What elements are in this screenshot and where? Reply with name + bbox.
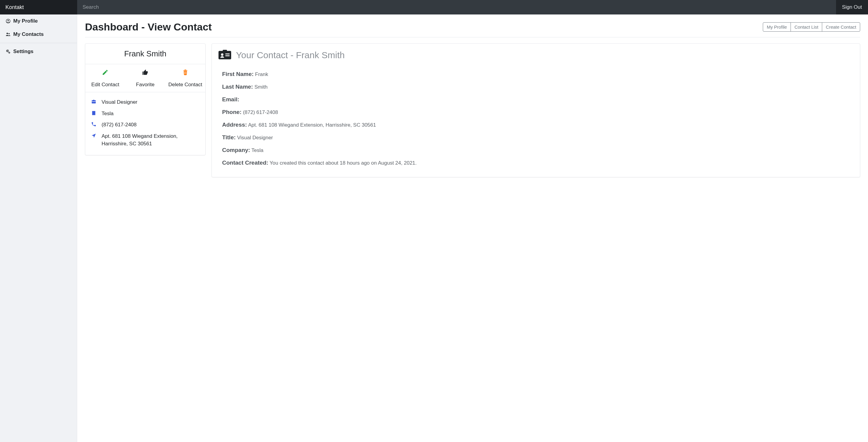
detail-address: Address: Apt. 681 108 Wiegand Extension,… bbox=[222, 118, 849, 131]
header-button-group: My Profile Contact List Create Contact bbox=[763, 22, 860, 32]
sidebar-item-label: My Contacts bbox=[13, 31, 44, 37]
search-input[interactable] bbox=[77, 0, 836, 14]
info-company: Tesla bbox=[91, 108, 200, 119]
phone-icon bbox=[91, 121, 97, 127]
sidebar-item-label: My Profile bbox=[13, 18, 38, 24]
trash-icon bbox=[165, 69, 205, 76]
detail-phone: Phone: (872) 617-2408 bbox=[222, 106, 849, 118]
info-value: Apt. 681 108 Wiegand Extension, Harrissh… bbox=[101, 132, 200, 148]
brand[interactable]: Kontakt bbox=[0, 0, 77, 14]
contact-summary-card: Frank Smith Edit Contact Favorite bbox=[85, 43, 206, 155]
contact-details-card: Your Contact - Frank Smith First Name: F… bbox=[212, 43, 860, 177]
building-icon bbox=[91, 110, 97, 116]
gears-icon bbox=[5, 49, 11, 54]
svg-point-2 bbox=[7, 33, 8, 34]
detail-label: Contact Created: bbox=[222, 159, 268, 166]
details-title: Your Contact - Frank Smith bbox=[236, 50, 345, 60]
detail-label: Company: bbox=[222, 147, 250, 153]
details-header: Your Contact - Frank Smith bbox=[218, 49, 853, 61]
svg-rect-10 bbox=[225, 56, 230, 56]
detail-title: Title: Visual Designer bbox=[222, 131, 849, 144]
sidebar: My Profile My Contacts Settings bbox=[0, 14, 77, 442]
detail-value: Apt. 681 108 Wiegand Extension, Harrissh… bbox=[248, 122, 376, 128]
contact-name: Frank Smith bbox=[85, 44, 205, 64]
main-content: Dashboard - View Contact My Profile Cont… bbox=[77, 14, 868, 442]
info-phone: (872) 617-2408 bbox=[91, 119, 200, 130]
detail-value: Tesla bbox=[251, 147, 264, 153]
detail-last-name: Last Name: Smith bbox=[222, 81, 849, 93]
detail-label: First Name: bbox=[222, 71, 254, 77]
pencil-icon bbox=[85, 69, 125, 76]
detail-value: You created this contact about 18 hours … bbox=[270, 160, 417, 166]
header-button-contact-list[interactable]: Contact List bbox=[790, 22, 822, 32]
detail-email: Email: bbox=[222, 93, 849, 106]
svg-point-4 bbox=[7, 50, 8, 52]
detail-first-name: First Name: Frank bbox=[222, 68, 849, 81]
sidebar-item-my-contacts[interactable]: My Contacts bbox=[0, 28, 77, 41]
info-value: Visual Designer bbox=[101, 98, 200, 106]
contact-actions: Edit Contact Favorite Delete Contact bbox=[85, 64, 205, 92]
sidebar-item-settings[interactable]: Settings bbox=[0, 45, 77, 58]
location-arrow-icon bbox=[91, 132, 97, 138]
action-label: Delete Contact bbox=[168, 82, 202, 87]
detail-value: (872) 617-2408 bbox=[243, 110, 278, 115]
page-header: Dashboard - View Contact My Profile Cont… bbox=[85, 21, 860, 37]
detail-label: Last Name: bbox=[222, 84, 253, 90]
svg-point-8 bbox=[221, 53, 223, 56]
briefcase-icon bbox=[91, 98, 97, 104]
detail-company: Company: Tesla bbox=[222, 144, 849, 156]
detail-label: Address: bbox=[222, 121, 247, 128]
sidebar-item-my-profile[interactable]: My Profile bbox=[0, 14, 77, 28]
action-label: Edit Contact bbox=[91, 82, 119, 87]
info-value: (872) 617-2408 bbox=[101, 121, 200, 129]
info-value: Tesla bbox=[101, 110, 200, 118]
search-wrap bbox=[77, 0, 836, 14]
detail-label: Title: bbox=[222, 134, 236, 141]
id-card-icon bbox=[218, 49, 231, 61]
header-button-create-contact[interactable]: Create Contact bbox=[822, 22, 860, 32]
detail-value: Smith bbox=[254, 84, 267, 90]
topbar: Kontakt Sign Out bbox=[0, 0, 868, 14]
action-label: Favorite bbox=[136, 82, 154, 87]
header-button-my-profile[interactable]: My Profile bbox=[763, 22, 791, 32]
svg-point-1 bbox=[7, 20, 9, 21]
detail-label: Email: bbox=[222, 96, 239, 102]
page-title: Dashboard - View Contact bbox=[85, 21, 212, 33]
details-list: First Name: Frank Last Name: Smith Email… bbox=[218, 66, 853, 170]
detail-created: Contact Created: You created this contac… bbox=[222, 156, 849, 169]
svg-rect-9 bbox=[225, 54, 230, 55]
detail-value: Frank bbox=[255, 71, 268, 77]
svg-point-5 bbox=[9, 52, 10, 53]
contact-info-list: Visual Designer Tesla (872) 617-2408 bbox=[85, 92, 205, 155]
delete-contact-button[interactable]: Delete Contact bbox=[165, 69, 205, 88]
info-title: Visual Designer bbox=[91, 96, 200, 108]
svg-point-3 bbox=[8, 33, 10, 34]
favorite-contact-button[interactable]: Favorite bbox=[125, 69, 165, 88]
info-address: Apt. 681 108 Wiegand Extension, Harrissh… bbox=[91, 130, 200, 150]
thumbs-up-icon bbox=[125, 69, 165, 76]
sign-out-button[interactable]: Sign Out bbox=[836, 0, 868, 14]
detail-value: Visual Designer bbox=[237, 135, 273, 141]
svg-rect-6 bbox=[218, 51, 231, 59]
detail-label: Phone: bbox=[222, 109, 241, 115]
sidebar-item-label: Settings bbox=[13, 49, 33, 55]
svg-rect-7 bbox=[223, 50, 227, 51]
edit-contact-button[interactable]: Edit Contact bbox=[85, 69, 125, 88]
user-circle-icon bbox=[5, 19, 11, 24]
users-icon bbox=[5, 32, 11, 37]
